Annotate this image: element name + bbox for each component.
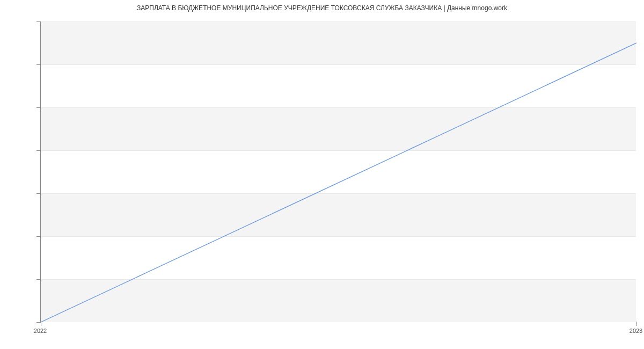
y-tick xyxy=(36,236,41,237)
y-tick xyxy=(36,150,41,151)
y-tick xyxy=(36,193,41,194)
x-tick xyxy=(41,322,41,326)
y-tick xyxy=(36,21,41,22)
chart-title: ЗАРПЛАТА В БЮДЖЕТНОЕ МУНИЦИПАЛЬНОЕ УЧРЕЖ… xyxy=(0,0,644,12)
x-axis-label: 2023 xyxy=(630,328,642,334)
x-axis-label: 2022 xyxy=(34,328,47,334)
plot-area xyxy=(40,21,636,322)
y-tick xyxy=(36,279,41,280)
data-line xyxy=(41,21,636,322)
chart-plot: 3200034000360003800040000420004400046000… xyxy=(40,21,636,322)
y-tick xyxy=(36,322,41,323)
x-tick xyxy=(636,322,637,326)
y-tick xyxy=(36,107,41,108)
y-tick xyxy=(36,64,41,65)
